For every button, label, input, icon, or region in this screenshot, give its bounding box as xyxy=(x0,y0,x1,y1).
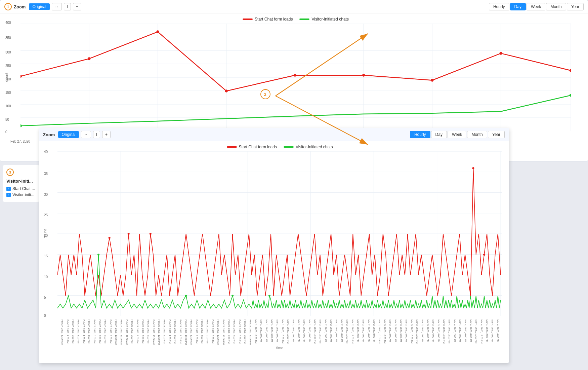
legend-label-red-top: Start Chat form loads xyxy=(255,17,293,22)
svg-text:Mar 4, 2020, 12:00 AM: Mar 4, 2020, 12:00 AM xyxy=(448,320,451,343)
time-btn-year-top[interactable]: Year xyxy=(567,3,584,10)
y-label-b-10: 10 xyxy=(44,275,48,279)
time-btn-week-top[interactable]: Week xyxy=(527,3,545,10)
btn-move-top[interactable]: ↔ xyxy=(52,3,62,10)
red-dot-top xyxy=(431,79,433,82)
svg-text:Mar 3, 2020, 10:00 PM: Mar 3, 2020, 10:00 PM xyxy=(443,320,445,343)
svg-text:Feb 29, 2020, 10:00 AM: Feb 29, 2020, 10:00 AM xyxy=(217,320,219,345)
svg-text:Feb 29, 2020, 4:00 AM: Feb 29, 2020, 4:00 AM xyxy=(201,320,203,343)
x-axis-labels: Feb 27, 2020, 12:00 AM Feb 27, 2020, 1:0… xyxy=(57,318,502,346)
green-spike-dot xyxy=(185,295,187,297)
top-chart-legend: Start Chat form loads Visitor-initiated … xyxy=(20,17,571,22)
red-dot-top xyxy=(294,74,296,77)
svg-text:Feb 28, 2020, 10:00 PM: Feb 28, 2020, 10:00 PM xyxy=(185,320,187,345)
svg-text:Feb 28, 2020, 8:00 AM: Feb 28, 2020, 8:00 AM xyxy=(147,320,150,343)
svg-text:Feb 27, 2020, 7:00 AM: Feb 27, 2020, 7:00 AM xyxy=(99,320,101,343)
bottom-toolbar: Zoom Original ↔ I + Hourly Day Week Mont… xyxy=(39,128,509,141)
btn-move-bottom[interactable]: ↔ xyxy=(81,131,91,138)
btn-cursor-top[interactable]: I xyxy=(64,3,71,10)
svg-text:Feb 27, 2020, 9:00 AM: Feb 27, 2020, 9:00 AM xyxy=(110,320,112,343)
time-btn-hourly-top[interactable]: Hourly xyxy=(489,3,509,10)
time-btn-week-bottom[interactable]: Week xyxy=(448,131,466,138)
svg-text:Feb 29, 2020, 2:00 PM: Feb 29, 2020, 2:00 PM xyxy=(228,320,230,343)
legend-red-bottom: Start Chat form loads xyxy=(227,145,277,149)
svg-text:Feb 27, 2020, 11:00 AM: Feb 27, 2020, 11:00 AM xyxy=(120,320,123,345)
legend-line-green-top xyxy=(299,18,309,20)
svg-text:Mar 2, 2020, 2:00 PM: Mar 2, 2020, 2:00 PM xyxy=(357,320,359,342)
red-peak-dot xyxy=(150,233,152,235)
green-spike-dot xyxy=(97,254,99,256)
time-btn-year-bottom[interactable]: Year xyxy=(488,131,505,138)
cb-start-chat-icon[interactable] xyxy=(6,187,11,191)
zoom-label-bottom: Zoom xyxy=(43,132,55,137)
svg-text:Feb 28, 2020, 2:00 AM: Feb 28, 2020, 2:00 AM xyxy=(131,320,133,343)
svg-text:Feb 28, 2020, 10:00 AM: Feb 28, 2020, 10:00 AM xyxy=(153,320,155,345)
y-label-b-5: 5 xyxy=(44,296,46,299)
svg-text:Feb 29, 2020, 6:00 PM: Feb 29, 2020, 6:00 PM xyxy=(239,320,241,343)
time-btn-day-bottom[interactable]: Day xyxy=(431,131,447,138)
y-label-400: 400 xyxy=(5,21,11,25)
time-buttons-bottom: Hourly Day Week Month Year xyxy=(410,131,505,138)
btn-plus-bottom[interactable]: + xyxy=(102,131,111,138)
svg-text:Feb 29, 2020, 4:00 PM: Feb 29, 2020, 4:00 PM xyxy=(233,320,236,343)
red-dot-top xyxy=(88,57,90,60)
sidebar-cb-start-chat[interactable]: Start Chat ... xyxy=(6,186,36,191)
time-btn-month-top[interactable]: Month xyxy=(546,3,566,10)
cb-visitor-icon[interactable] xyxy=(6,193,11,197)
btn-plus-top[interactable]: + xyxy=(73,3,81,10)
svg-text:Mar 4, 2020, 6:00 PM: Mar 4, 2020, 6:00 PM xyxy=(497,320,499,342)
red-dot-top xyxy=(570,69,571,72)
svg-text:Mar 1, 2020, 2:00 AM: Mar 1, 2020, 2:00 AM xyxy=(260,320,262,342)
svg-text:Mar 3, 2020, 8:00 AM: Mar 3, 2020, 8:00 AM xyxy=(405,320,408,342)
svg-text:Mar 2, 2020, 6:00 AM: Mar 2, 2020, 6:00 AM xyxy=(335,320,338,342)
svg-text:Mar 3, 2020, 12:00 AM: Mar 3, 2020, 12:00 AM xyxy=(384,320,386,343)
top-chart-svg-wrapper: 400 350 300 250 200 150 100 50 0 count xyxy=(20,24,571,131)
date-label-bottom: Feb 27, 2020 xyxy=(10,140,30,143)
y-label-b-40: 40 xyxy=(44,150,48,154)
time-btn-month-bottom[interactable]: Month xyxy=(467,131,487,138)
legend-green-top: Visitor-initiated chats xyxy=(299,17,349,22)
legend-label-green-top: Visitor-initiated chats xyxy=(311,17,349,22)
y-label-350: 350 xyxy=(5,36,11,40)
svg-text:Mar 3, 2020, 2:00 AM: Mar 3, 2020, 2:00 AM xyxy=(389,320,391,342)
svg-text:Feb 29, 2020, 8:00 PM: Feb 29, 2020, 8:00 PM xyxy=(244,320,246,343)
y-label-50: 50 xyxy=(5,118,9,121)
red-dot-top xyxy=(225,89,228,92)
green-dot-top xyxy=(20,124,22,127)
cb-start-chat-label: Start Chat ... xyxy=(12,186,35,191)
svg-text:Feb 29, 2020, 10:00 PM: Feb 29, 2020, 10:00 PM xyxy=(249,320,252,345)
top-toolbar: 1 Zoom Original ↔ I + Hourly Day Week Mo… xyxy=(0,0,588,13)
sidebar-cb-visitor[interactable]: Visitor-initi... xyxy=(6,192,36,197)
svg-text:Feb 27, 2020, 4:00 AM: Feb 27, 2020, 4:00 AM xyxy=(83,320,85,343)
bottom-chart-legend: Start Chat form loads Visitor-initiated … xyxy=(57,145,502,149)
red-dot-top xyxy=(362,74,365,77)
svg-text:Mar 2, 2020, 2:00 AM: Mar 2, 2020, 2:00 AM xyxy=(325,320,327,342)
svg-text:Mar 2, 2020, 10:00 AM: Mar 2, 2020, 10:00 AM xyxy=(346,320,348,343)
btn-original-bottom[interactable]: Original xyxy=(58,131,79,138)
svg-text:Mar 2, 2020, 10:00 PM: Mar 2, 2020, 10:00 PM xyxy=(378,320,381,343)
time-btn-hourly-bottom[interactable]: Hourly xyxy=(410,131,430,138)
svg-text:Mar 4, 2020, 4:00 AM: Mar 4, 2020, 4:00 AM xyxy=(459,320,461,342)
badge-1: 1 xyxy=(4,3,12,10)
svg-text:Feb 29, 2020, 6:00 AM: Feb 29, 2020, 6:00 AM xyxy=(206,320,209,343)
svg-text:Mar 3, 2020, 10:00 AM: Mar 3, 2020, 10:00 AM xyxy=(411,320,413,343)
svg-text:Feb 28, 2020, 8:00 PM: Feb 28, 2020, 8:00 PM xyxy=(179,320,182,343)
btn-cursor-bottom[interactable]: I xyxy=(93,131,100,138)
svg-text:Mar 4, 2020, 8:00 AM: Mar 4, 2020, 8:00 AM xyxy=(470,320,472,342)
svg-text:Mar 2, 2020, 12:00 PM: Mar 2, 2020, 12:00 PM xyxy=(351,320,354,343)
svg-text:Mar 4, 2020, 2:00 PM: Mar 4, 2020, 2:00 PM xyxy=(486,320,488,342)
legend-label-red-bottom: Start Chat form loads xyxy=(239,145,277,149)
svg-text:Mar 2, 2020, 6:00 PM: Mar 2, 2020, 6:00 PM xyxy=(368,320,370,342)
svg-text:Feb 27, 2020, 1:00 AM: Feb 27, 2020, 1:00 AM xyxy=(67,320,69,343)
y-axis-title-bottom: count xyxy=(43,229,47,238)
svg-text:Mar 1, 2020, 4:00 PM: Mar 1, 2020, 4:00 PM xyxy=(298,320,300,342)
y-label-250: 250 xyxy=(5,64,11,68)
y-label-150: 150 xyxy=(5,91,11,95)
btn-original-top[interactable]: Original xyxy=(29,3,49,10)
red-dot-top xyxy=(499,52,502,55)
svg-text:Feb 27, 2020, 3:00 AM: Feb 27, 2020, 3:00 AM xyxy=(77,320,80,343)
svg-text:Mar 1, 2020, 6:00 AM: Mar 1, 2020, 6:00 AM xyxy=(271,320,273,342)
time-btn-day-top[interactable]: Day xyxy=(510,3,526,10)
red-peak-dot xyxy=(472,167,474,169)
svg-text:Mar 1, 2020, 10:00 PM: Mar 1, 2020, 10:00 PM xyxy=(314,320,316,343)
